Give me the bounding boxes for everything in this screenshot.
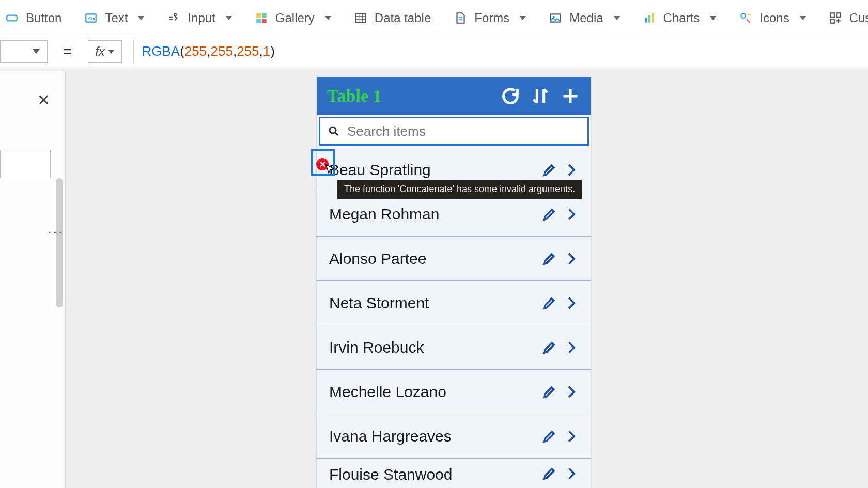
search-box[interactable]: [319, 117, 589, 146]
tree-search-input[interactable]: [0, 150, 51, 178]
svg-rect-6: [256, 19, 261, 23]
sort-icon: [530, 86, 551, 106]
pencil-icon: [541, 207, 557, 222]
property-selector[interactable]: [0, 40, 48, 63]
icons-icon: [739, 11, 752, 25]
list-item[interactable]: Flouise Stanwood: [317, 459, 591, 488]
ribbon-charts[interactable]: Charts: [643, 11, 717, 25]
chevron-down-icon: [33, 49, 40, 54]
open-button[interactable]: [560, 295, 582, 311]
ribbon-forms-label: Forms: [474, 11, 509, 25]
svg-point-18: [330, 127, 336, 133]
ribbon-text[interactable]: Abc Text: [84, 11, 144, 25]
edit-button[interactable]: [538, 340, 560, 355]
open-button[interactable]: [560, 429, 582, 444]
list-item-name: Ivana Hargreaves: [329, 428, 538, 445]
chevron-right-icon: [563, 384, 579, 400]
chevron-right-icon: [563, 295, 579, 311]
edit-button[interactable]: [538, 162, 560, 178]
gallery-icon: [255, 11, 268, 25]
ribbon-icons-label: Icons: [760, 11, 789, 25]
svg-rect-7: [262, 19, 267, 23]
svg-rect-17: [830, 19, 834, 23]
chevron-right-icon: [563, 162, 579, 178]
chevron-down-icon: [226, 16, 232, 20]
edit-button[interactable]: [538, 207, 560, 222]
open-button[interactable]: [560, 251, 582, 266]
ribbon-button[interactable]: Button: [0, 11, 61, 25]
open-button[interactable]: [560, 207, 582, 222]
svg-point-14: [741, 13, 746, 18]
svg-rect-4: [256, 13, 261, 18]
pencil-icon: [541, 162, 557, 178]
app-title: Table 1: [327, 86, 491, 106]
list-item[interactable]: Alonso Partee: [317, 237, 591, 281]
custom-icon: [829, 11, 842, 25]
chevron-right-icon: [563, 251, 579, 266]
svg-rect-12: [648, 15, 650, 22]
edit-button[interactable]: [538, 429, 560, 444]
fx-button[interactable]: fx: [88, 40, 122, 63]
ribbon-gallery-label: Gallery: [275, 11, 315, 25]
list-item[interactable]: Ivana Hargreaves: [317, 414, 591, 459]
input-icon: [167, 11, 180, 25]
chevron-down-icon: [108, 50, 114, 54]
list-item[interactable]: Irvin Roebuck: [317, 325, 591, 370]
refresh-button[interactable]: [500, 86, 521, 106]
chevron-down-icon: [325, 16, 331, 20]
chevron-down-icon: [800, 16, 806, 20]
open-button[interactable]: [560, 466, 582, 481]
edit-button[interactable]: [538, 384, 560, 400]
ribbon-custom[interactable]: Custo: [829, 11, 868, 25]
ribbon-custom-label: Custo: [849, 11, 868, 25]
close-panel-button[interactable]: ✕: [37, 91, 50, 109]
app-preview: Table 1 Beau Spratling Megan Rohman Alon…: [317, 77, 591, 488]
list-item[interactable]: Mechelle Lozano: [317, 370, 591, 414]
chevron-down-icon: [520, 16, 526, 20]
plus-icon: [560, 86, 581, 106]
svg-text:Abc: Abc: [88, 15, 97, 21]
ribbon-gallery[interactable]: Gallery: [255, 11, 331, 25]
svg-rect-16: [836, 13, 841, 17]
open-button[interactable]: [560, 384, 582, 400]
svg-rect-0: [7, 15, 17, 21]
edit-button[interactable]: [538, 295, 560, 311]
ribbon-datatable[interactable]: Data table: [354, 11, 431, 25]
search-icon: [328, 125, 340, 137]
tree-scrollbar[interactable]: [56, 178, 63, 307]
fx-label: fx: [95, 44, 105, 59]
chevron-right-icon: [563, 466, 579, 481]
open-button[interactable]: [560, 340, 582, 355]
ribbon-input[interactable]: Input: [167, 11, 231, 25]
forms-icon: [454, 11, 467, 25]
tree-item-overflow[interactable]: ...: [48, 219, 64, 237]
sort-button[interactable]: [530, 86, 551, 106]
add-button[interactable]: [560, 86, 581, 106]
ribbon-datatable-label: Data table: [375, 11, 431, 25]
error-badge[interactable]: ✕: [316, 158, 329, 170]
formula-bar: = fx RGBA(255, 255, 255, 1): [0, 36, 868, 67]
search-input[interactable]: [347, 123, 580, 139]
ribbon-input-label: Input: [188, 11, 215, 25]
equals-sign: =: [59, 43, 76, 60]
formula-token-fn: RGBA: [142, 43, 180, 59]
chevron-down-icon: [614, 16, 620, 20]
chevron-right-icon: [563, 429, 579, 444]
list-item[interactable]: Neta Storment: [317, 281, 591, 325]
pencil-icon: [541, 466, 557, 481]
ribbon-icons[interactable]: Icons: [739, 11, 805, 25]
edit-button[interactable]: [538, 466, 560, 481]
formula-input[interactable]: RGBA(255, 255, 255, 1): [133, 40, 868, 63]
open-button[interactable]: [560, 162, 582, 178]
list-item-name: Alonso Partee: [329, 250, 538, 267]
chevron-right-icon: [563, 207, 579, 222]
edit-button[interactable]: [538, 251, 560, 266]
ribbon-media[interactable]: Media: [549, 11, 619, 25]
ribbon-forms[interactable]: Forms: [454, 11, 526, 25]
ribbon-text-label: Text: [105, 11, 128, 25]
svg-rect-13: [652, 13, 654, 22]
insert-ribbon: Button Abc Text Input Gallery Data table…: [0, 0, 868, 36]
list-item-name: Flouise Stanwood: [329, 466, 538, 483]
list-item-name: Mechelle Lozano: [329, 383, 538, 401]
svg-rect-8: [355, 13, 366, 22]
